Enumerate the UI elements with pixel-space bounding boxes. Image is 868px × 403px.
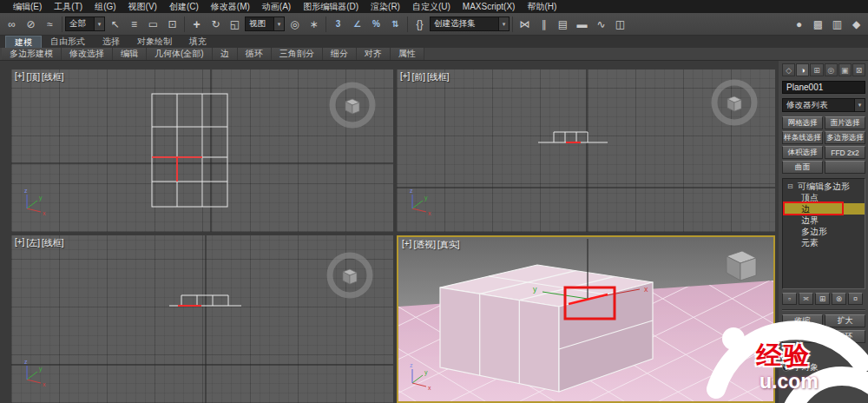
snap-toggle-3d-icon[interactable]: 3 — [329, 15, 347, 33]
schematic-view-icon[interactable]: ◫ — [611, 15, 629, 33]
bind-to-spacewarp-icon[interactable]: ≈ — [41, 15, 59, 33]
stack-item-element[interactable]: 元素 — [783, 237, 865, 248]
ribbon-panel-geometry-all[interactable]: 几何体(全部) — [147, 48, 213, 60]
viewcube[interactable] — [727, 251, 756, 281]
ribbon-panel-align[interactable]: 对齐 — [357, 48, 391, 60]
ribbon-panel-edit[interactable]: 编辑 — [113, 48, 147, 60]
use-pivot-center-icon[interactable]: ◎ — [286, 15, 304, 33]
stack-root-editable-poly[interactable]: ⊟ 可编辑多边形 — [783, 181, 865, 192]
tab-modify-icon[interactable]: ◑ — [796, 63, 809, 76]
viewcube[interactable] — [330, 255, 370, 295]
viewport-menu-plus[interactable]: [+] — [15, 237, 24, 249]
show-end-result-icon[interactable]: ≍ — [799, 293, 813, 305]
spline-select-button[interactable]: 样条线选择 — [782, 131, 823, 144]
ribbon-tab-freeform[interactable]: 自由形式 — [42, 36, 94, 48]
ribbon-tab-object-paint[interactable]: 对象绘制 — [128, 36, 181, 48]
material-editor-icon[interactable]: ● — [790, 15, 808, 33]
stack-item-vertex[interactable]: 顶点 — [783, 192, 865, 203]
viewport-front[interactable]: [+] [前] [线框] x y z — [397, 69, 775, 232]
viewport-menu-view[interactable]: [顶] — [26, 71, 40, 83]
modifier-list-dropdown[interactable]: 修改器列表 ▾ — [782, 98, 865, 112]
menu-create[interactable]: 创建(C) — [163, 0, 205, 13]
make-unique-icon[interactable]: ⊞ — [815, 293, 830, 305]
menu-help[interactable]: 帮助(H) — [521, 0, 562, 13]
ribbon-panel-loops[interactable]: 循环 — [238, 48, 272, 60]
menu-graph-editors[interactable]: 图形编辑器(D) — [297, 0, 365, 13]
viewport-menu-shading[interactable]: [真实] — [437, 239, 460, 251]
select-and-rotate-icon[interactable]: ↻ — [207, 15, 225, 33]
viewport-top[interactable]: [+] [顶] [线框] x y z — [11, 69, 393, 232]
preview-subobject-option[interactable]: 子对象 — [782, 361, 865, 373]
named-selection-sets-dropdown[interactable]: 创建选择集 ▾ — [430, 17, 510, 31]
viewcube[interactable] — [714, 83, 754, 122]
viewport-menu-plus[interactable]: [+] — [402, 239, 411, 251]
viewport-menu-view[interactable]: [透视] — [413, 239, 436, 251]
object-profile-wireframe[interactable] — [538, 132, 608, 142]
ribbon-toggle-icon[interactable]: ▬ — [573, 15, 591, 33]
grow-button[interactable]: 扩大 — [825, 314, 865, 327]
render-setup-icon[interactable]: ▩ — [809, 15, 827, 33]
menu-animation[interactable]: 动画(A) — [256, 0, 297, 13]
unlink-selection-icon[interactable]: ⊘ — [22, 15, 40, 33]
select-and-move-icon[interactable]: + — [187, 15, 206, 33]
plane-wireframe[interactable] — [152, 94, 227, 207]
stack-item-border[interactable]: 边界 — [783, 215, 865, 226]
edit-named-selection-sets-icon[interactable]: {} — [411, 15, 429, 33]
spinner-snap-icon[interactable]: ⇅ — [386, 15, 404, 33]
tab-display-icon[interactable]: ▣ — [838, 63, 852, 76]
radio-icon[interactable] — [782, 364, 790, 372]
viewport-left[interactable]: [+] [左] [线框] x y z — [11, 235, 393, 403]
poly-select-button[interactable]: 多边形选择 — [825, 131, 865, 144]
tab-create-icon[interactable]: ◇ — [782, 63, 795, 76]
viewport-menu-view[interactable]: [前] — [411, 71, 425, 83]
window-crossing-icon[interactable]: ⊡ — [163, 15, 181, 33]
stack-item-edge-active[interactable]: 边 — [783, 203, 865, 215]
tab-utilities-icon[interactable]: ⊠ — [852, 63, 865, 76]
configure-modifier-sets-icon[interactable]: ¤ — [848, 293, 863, 305]
select-object-icon[interactable]: ↖ — [106, 15, 124, 33]
tab-hierarchy-icon[interactable]: ⊞ — [810, 63, 823, 76]
mirror-icon[interactable]: ⋈ — [516, 15, 534, 33]
pin-stack-icon[interactable]: ▫ — [782, 293, 797, 305]
radio-icon[interactable] — [782, 352, 790, 360]
viewport-perspective-active[interactable]: [+] [透视] [真实] — [397, 235, 775, 403]
surface-button[interactable]: 曲面 — [782, 161, 823, 174]
menu-group[interactable]: 组(G) — [89, 0, 122, 13]
reference-coordinate-dropdown[interactable]: 视图 ▾ — [245, 17, 285, 31]
select-and-manipulate-icon[interactable]: ∗ — [305, 15, 323, 33]
menu-edit[interactable]: 编辑(E) — [7, 0, 48, 13]
ribbon-panel-polygon-modeling[interactable]: 多边形建模 — [2, 48, 62, 60]
viewport-menu-shading[interactable]: [线框] — [42, 237, 64, 249]
select-and-link-icon[interactable]: ∞ — [3, 15, 21, 33]
tree-expand-icon[interactable]: ⊟ — [787, 182, 795, 190]
select-and-scale-icon[interactable]: ◱ — [226, 15, 244, 33]
render-production-icon[interactable]: ◆ — [847, 15, 865, 33]
ribbon-tab-modeling[interactable]: 建模 — [5, 36, 42, 48]
percent-snap-icon[interactable]: % — [367, 15, 385, 33]
menu-maxscript[interactable]: MAXScript(X) — [457, 0, 522, 13]
shrink-button[interactable]: 收缩 — [782, 314, 823, 327]
patch-select-button[interactable]: 面片选择 — [825, 116, 865, 129]
angle-snap-icon[interactable]: ∠ — [348, 15, 366, 33]
empty-button[interactable] — [825, 161, 865, 174]
select-by-name-icon[interactable]: ≡ — [125, 15, 143, 33]
viewport-menu-plus[interactable]: [+] — [15, 71, 24, 83]
viewport-menu-shading[interactable]: [线框] — [427, 71, 450, 83]
ribbon-panel-tris[interactable]: 三角剖分 — [272, 48, 323, 60]
menu-rendering[interactable]: 渲染(R) — [365, 0, 406, 13]
volume-select-button[interactable]: 体积选择 — [782, 146, 823, 159]
object-name-field[interactable]: Plane001 — [782, 81, 865, 94]
selected-edges[interactable] — [152, 157, 202, 182]
ribbon-tab-selection[interactable]: 选择 — [94, 36, 128, 48]
ribbon-panel-edges[interactable]: 边 — [213, 48, 238, 60]
viewcube[interactable] — [332, 85, 372, 125]
remove-modifier-icon[interactable]: ⊗ — [832, 293, 846, 305]
menu-customize[interactable]: 自定义(U) — [406, 0, 457, 13]
loop-button[interactable]: 循环 — [825, 330, 865, 343]
ribbon-tab-populate[interactable]: 填充 — [181, 36, 215, 48]
rendered-frame-window-icon[interactable]: ▥ — [828, 15, 846, 33]
viewport-menu-plus[interactable]: [+] — [400, 71, 410, 83]
menu-views[interactable]: 视图(V) — [122, 0, 163, 13]
layer-manager-icon[interactable]: ▤ — [554, 15, 572, 33]
selection-filter-dropdown[interactable]: 全部 ▾ — [65, 17, 105, 31]
